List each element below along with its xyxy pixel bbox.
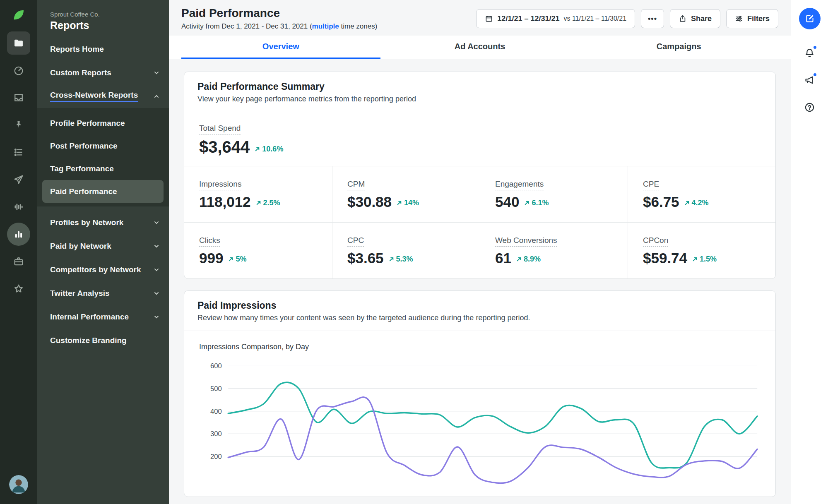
metric-clicks: Clicks 999 5% [184,222,332,278]
tab-campaigns[interactable]: Campaigns [579,36,778,59]
trend-up-icon [255,146,260,152]
sidebar-header: Sprout Coffee Co. Reports [37,0,169,37]
summary-card-subtitle: View your key page performance metrics f… [197,95,762,103]
more-options-button[interactable]: ••• [641,9,664,28]
chevron-down-icon [153,70,160,76]
filters-button[interactable]: Filters [726,9,778,28]
sidebar-item-custom-reports[interactable]: Custom Reports [37,61,169,84]
filters-icon [735,14,743,23]
metrics-grid: Impressions 118,012 2.5% CPM $30.88 14% … [184,166,775,278]
metric-change: 10.6% [255,145,283,155]
sidebar-item-profiles-by-network[interactable]: Profiles by Network [37,211,169,234]
metric-change: 14% [397,199,419,209]
announcements-button[interactable] [801,71,819,89]
metric-impressions: Impressions 118,012 2.5% [184,166,332,222]
tab-ad-accounts[interactable]: Ad Accounts [380,36,580,59]
svg-text:600: 600 [210,362,222,370]
report-body: Paid Performance Summary View your key p… [169,59,791,504]
metric-label[interactable]: Clicks [199,236,220,247]
metric-label[interactable]: Impressions [199,180,241,190]
chevron-up-icon [153,93,160,100]
date-range-button[interactable]: 12/1/21 – 12/31/21 vs 11/1/21 – 11/30/21 [476,9,635,28]
trend-up-icon [256,200,261,206]
reviews-icon[interactable] [7,277,30,300]
main-content: Paid Performance Activity from Dec 1, 20… [169,0,791,504]
metric-cpm: CPM $30.88 14% [332,166,480,222]
advocacy-icon[interactable] [7,250,30,273]
inbox-icon[interactable] [7,86,30,109]
sidebar-item-reports-home[interactable]: Reports Home [37,37,169,61]
share-button[interactable]: Share [670,9,720,28]
metric-change: 5% [228,255,246,265]
sidebar-item-paid-by-network[interactable]: Paid by Network [37,234,169,258]
metric-label[interactable]: Total Spend [199,124,241,134]
metric-total-spend: Total Spend $3,644 10.6% [184,112,775,166]
metric-change: 4.2% [684,199,709,209]
chevron-down-icon [153,290,160,297]
sidebar-item-post-performance[interactable]: Post Performance [37,134,169,157]
metric-value: $3.65 [347,251,384,265]
page-subtitle: Activity from Dec 1, 2021 - Dec 31, 2021… [181,22,377,31]
metric-label[interactable]: CPE [643,180,659,190]
sprout-leaf-icon [11,7,26,22]
summary-card-header: Paid Performance Summary View your key p… [184,72,775,112]
user-avatar[interactable] [9,475,28,494]
sidebar-item-customize-branding[interactable]: Customize Branding [37,329,169,352]
header-actions: 12/1/21 – 12/31/21 vs 11/1/21 – 11/30/21… [476,7,778,28]
title-block: Paid Performance Activity from Dec 1, 20… [181,7,377,31]
chart-title: Impressions Comparison, by Day [199,343,761,351]
metric-value: $59.74 [643,251,687,265]
metric-engagements: Engagements 540 6.1% [480,166,628,222]
sidebar-title: Reports [50,19,156,31]
primary-nav-rail [0,0,37,504]
sidebar-item-tag-performance[interactable]: Tag Performance [37,157,169,180]
sidebar-item-cross-network-reports[interactable]: Cross-Network Reports [37,84,169,108]
metric-cpe: CPE $6.75 4.2% [628,166,775,222]
metric-change: 6.1% [524,199,549,209]
compose-icon [804,13,815,24]
pin-icon[interactable] [7,113,30,137]
feed-icon[interactable] [7,141,30,164]
folder-icon[interactable] [7,31,30,55]
timezones-link[interactable]: multiple [312,22,339,30]
share-icon [679,14,687,23]
svg-text:200: 200 [210,453,222,461]
help-button[interactable] [801,98,819,116]
tab-overview[interactable]: Overview [181,36,380,59]
notification-dot [813,45,817,50]
reports-icon[interactable] [7,223,30,246]
calendar-icon [485,14,493,23]
summary-card: Paid Performance Summary View your key p… [184,72,776,279]
metric-value: $6.75 [643,194,679,209]
trend-up-icon [516,257,522,262]
metric-label[interactable]: CPM [347,180,365,190]
report-tabs: Overview Ad Accounts Campaigns [169,36,791,59]
metric-label[interactable]: Engagements [495,180,544,190]
sidebar-item-competitors-by-network[interactable]: Competitors by Network [37,258,169,281]
sprout-logo[interactable] [10,6,28,24]
svg-text:500: 500 [210,385,222,393]
summary-card-title: Paid Performance Summary [197,81,762,92]
utility-rail [791,0,828,504]
trend-up-icon [524,200,530,206]
paid-impressions-card: Paid Impressions Review how many times y… [184,290,776,497]
sidebar-item-internal-performance[interactable]: Internal Performance [37,305,169,329]
publish-icon[interactable] [7,168,30,191]
dashboard-icon[interactable] [7,59,30,82]
metric-change: 1.5% [692,255,717,265]
impressions-chart: 600500400300200 [199,357,761,497]
chevron-down-icon [153,219,160,226]
compose-button[interactable] [799,8,821,29]
metric-value: 61 [495,251,511,265]
notifications-button[interactable] [801,43,819,62]
sidebar-item-twitter-analysis[interactable]: Twitter Analysis [37,281,169,305]
sidebar-item-paid-performance[interactable]: Paid Performance [42,180,164,203]
listening-icon[interactable] [7,195,30,218]
metric-value: $3,644 [199,139,250,155]
metric-label[interactable]: CPC [347,236,364,247]
metric-label[interactable]: Web Conversions [495,236,557,247]
impressions-card-header: Paid Impressions Review how many times y… [184,291,775,331]
app-root: Sprout Coffee Co. Reports Reports Home C… [0,0,828,504]
metric-label[interactable]: CPCon [643,236,668,247]
sidebar-item-profile-performance[interactable]: Profile Performance [37,112,169,134]
